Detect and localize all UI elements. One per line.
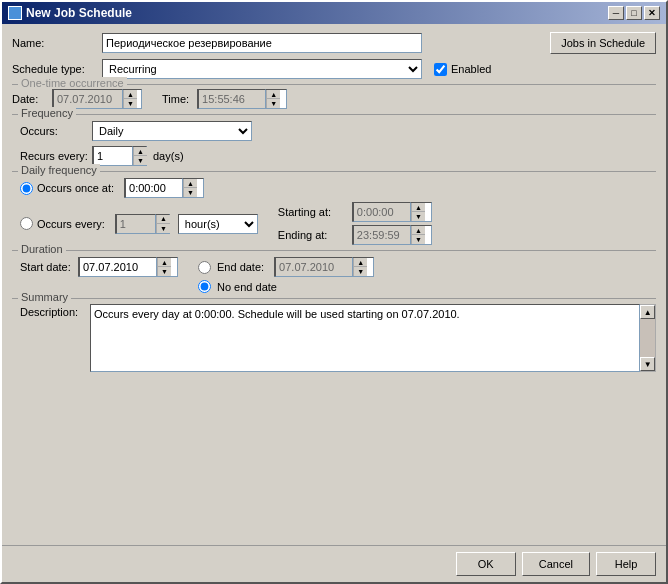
recurs-every-row: Recurs every: ▲ ▼ day(s): [12, 146, 656, 166]
ending-up[interactable]: ▲: [412, 226, 425, 235]
ending-at-spinner: ▲ ▼: [352, 225, 432, 245]
daily-freq-content: Occurs once at: ▲ ▼ Occurs every:: [12, 178, 656, 245]
duration-section: Duration Start date: ▲ ▼ End da: [12, 250, 656, 293]
ok-button[interactable]: OK: [456, 552, 516, 576]
date-spinner-btns: ▲ ▼: [123, 90, 137, 108]
date-down-btn[interactable]: ▼: [124, 99, 137, 108]
form-content: Name: Jobs in Schedule Schedule type: Re…: [2, 24, 666, 545]
one-time-section-title: One-time occurrence: [18, 77, 127, 89]
window-title: New Job Schedule: [26, 6, 132, 20]
time-label: Time:: [162, 93, 189, 105]
scroll-down-btn[interactable]: ▼: [640, 357, 655, 371]
start-date-row: Start date: ▲ ▼: [12, 257, 178, 277]
one-time-section: One-time occurrence Date: ▲ ▼ Time: ▲ ▼: [12, 84, 656, 109]
occurs-every-input[interactable]: [116, 214, 156, 234]
occurs-every-up[interactable]: ▲: [157, 215, 170, 224]
scroll-track: [640, 319, 655, 357]
title-bar: New Job Schedule ─ □ ✕: [2, 2, 666, 24]
date-up-btn[interactable]: ▲: [124, 90, 137, 99]
enabled-checkbox[interactable]: [434, 63, 447, 76]
end-options: End date: ▲ ▼ No end date: [198, 257, 374, 293]
time-input[interactable]: [198, 89, 266, 109]
ending-at-input[interactable]: [353, 225, 411, 245]
summary-content: Description: Occurs every day at 0:00:00…: [12, 304, 656, 372]
name-row: Name: Jobs in Schedule: [12, 32, 656, 54]
title-bar-left: New Job Schedule: [8, 6, 132, 20]
date-label: Date:: [12, 93, 52, 105]
one-time-date-row: Date: ▲ ▼ Time: ▲ ▼: [12, 89, 656, 109]
starting-up[interactable]: ▲: [412, 203, 425, 212]
occurs-every-radio[interactable]: [20, 217, 33, 230]
starting-at-btns: ▲ ▼: [411, 203, 425, 221]
end-date-btns: ▲ ▼: [353, 258, 367, 276]
no-end-date-radio[interactable]: [198, 280, 211, 293]
footer: OK Cancel Help: [2, 545, 666, 582]
daily-frequency-title: Daily frequency: [18, 164, 100, 176]
description-label: Description:: [12, 304, 84, 318]
summary-title: Summary: [18, 291, 71, 303]
close-button[interactable]: ✕: [644, 6, 660, 20]
ending-at-btns: ▲ ▼: [411, 226, 425, 244]
jobs-in-schedule-button[interactable]: Jobs in Schedule: [550, 32, 656, 54]
hour-select[interactable]: hour(s): [178, 214, 258, 234]
name-input[interactable]: [102, 33, 422, 53]
end-date-spinner: ▲ ▼: [274, 257, 374, 277]
duration-title: Duration: [18, 243, 66, 255]
occurs-every-spinner: ▲ ▼: [115, 214, 170, 234]
date-input[interactable]: [53, 89, 123, 109]
summary-section: Summary Description: Occurs every day at…: [12, 298, 656, 372]
no-end-date-label: No end date: [217, 281, 277, 293]
recurs-down-btn[interactable]: ▼: [134, 156, 147, 165]
recurs-up-btn[interactable]: ▲: [134, 147, 147, 156]
starting-down[interactable]: ▼: [412, 212, 425, 221]
start-date-up[interactable]: ▲: [158, 258, 171, 267]
end-date-input[interactable]: [275, 257, 353, 277]
start-date-input[interactable]: [79, 257, 157, 277]
name-label: Name:: [12, 37, 102, 49]
occurs-select[interactable]: Daily: [92, 121, 252, 141]
recurs-every-label: Recurs every:: [12, 150, 92, 162]
schedule-type-row: Schedule type: Recurring Enabled: [12, 59, 656, 79]
frequency-section-title: Frequency: [18, 107, 76, 119]
description-textarea[interactable]: Occurs every day at 0:00:00. Schedule wi…: [90, 304, 640, 372]
start-date-down[interactable]: ▼: [158, 267, 171, 276]
time-down-btn[interactable]: ▼: [267, 99, 280, 108]
at-times: Starting at: ▲ ▼ Ending at:: [278, 202, 432, 245]
ending-at-row: Ending at: ▲ ▼: [278, 225, 432, 245]
starting-at-spinner: ▲ ▼: [352, 202, 432, 222]
occurs-every-row: Occurs every: ▲ ▼ hour(s): [12, 202, 656, 245]
recurs-every-input[interactable]: [93, 146, 133, 166]
scroll-up-btn[interactable]: ▲: [640, 305, 655, 319]
start-date-spinner: ▲ ▼: [78, 257, 178, 277]
ending-down[interactable]: ▼: [412, 235, 425, 244]
occurs-once-up[interactable]: ▲: [184, 179, 197, 188]
time-up-btn[interactable]: ▲: [267, 90, 280, 99]
daily-frequency-section: Daily frequency Occurs once at: ▲ ▼: [12, 171, 656, 245]
summary-scrollbar: ▲ ▼: [640, 304, 656, 372]
recurs-every-unit: day(s): [153, 150, 184, 162]
occurs-once-input[interactable]: [125, 178, 183, 198]
cancel-button[interactable]: Cancel: [522, 552, 590, 576]
maximize-button[interactable]: □: [626, 6, 642, 20]
time-spinner-btns: ▲ ▼: [266, 90, 280, 108]
occurs-every-down[interactable]: ▼: [157, 224, 170, 233]
duration-content: Start date: ▲ ▼ End date:: [12, 257, 656, 293]
end-date-row: End date: ▲ ▼: [198, 257, 374, 277]
occurs-once-label: Occurs once at:: [37, 182, 114, 194]
starting-at-input[interactable]: [353, 202, 411, 222]
start-date-label: Start date:: [12, 261, 72, 273]
schedule-type-select[interactable]: Recurring: [102, 59, 422, 79]
occurs-once-radio[interactable]: [20, 182, 33, 195]
starting-at-row: Starting at: ▲ ▼: [278, 202, 432, 222]
no-end-date-row: No end date: [198, 280, 374, 293]
enabled-checkbox-label: Enabled: [434, 63, 491, 76]
window-icon: [8, 6, 22, 20]
enabled-label: Enabled: [451, 63, 491, 75]
end-date-up[interactable]: ▲: [354, 258, 367, 267]
occurs-once-down[interactable]: ▼: [184, 188, 197, 197]
help-button[interactable]: Help: [596, 552, 656, 576]
end-date-radio[interactable]: [198, 261, 211, 274]
date-spinner: ▲ ▼: [52, 89, 142, 109]
minimize-button[interactable]: ─: [608, 6, 624, 20]
end-date-down[interactable]: ▼: [354, 267, 367, 276]
